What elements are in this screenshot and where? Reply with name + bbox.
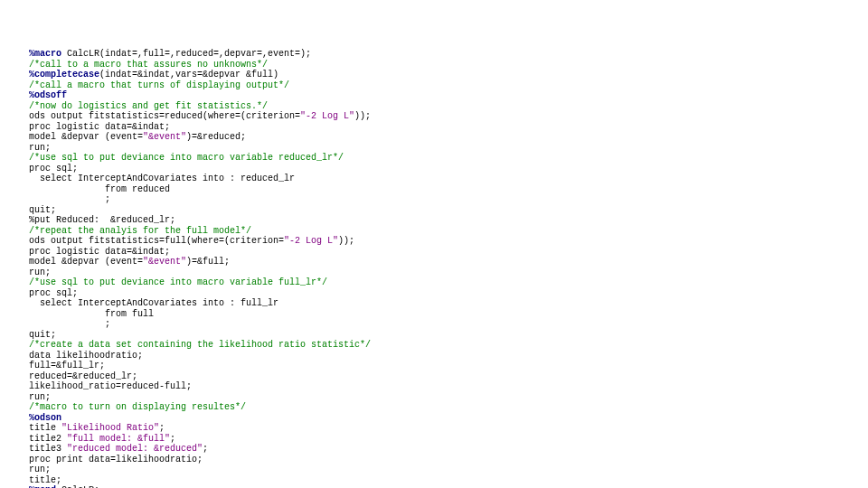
code-text: proc sql; bbox=[29, 288, 78, 298]
code-text: proc sql; bbox=[29, 164, 78, 174]
string: "-2 Log L" bbox=[300, 111, 354, 121]
code-text: CalcLR(indat=,full=,reduced=,depvar=,eve… bbox=[61, 49, 311, 59]
comment: /*create a data set containing the likel… bbox=[29, 340, 371, 350]
code-text: likelihood_ratio=reduced-full; bbox=[29, 381, 192, 391]
code-text: run; bbox=[29, 267, 51, 277]
code-text: ods output fitstatistics=full(where=(cri… bbox=[29, 236, 284, 246]
code-block: %macro CalcLR(indat=,full=,reduced=,depv… bbox=[29, 49, 839, 488]
code-text: ; bbox=[203, 444, 208, 454]
code-text: run; bbox=[29, 465, 51, 474]
comment: /*macro to turn on displaying resultes*/ bbox=[29, 402, 246, 412]
comment: /*now do logistics and get fit statistic… bbox=[29, 101, 268, 111]
code-text: run; bbox=[29, 143, 51, 153]
code-text: )); bbox=[338, 236, 354, 246]
code-text: )=&reduced; bbox=[186, 132, 246, 142]
code-text: ods output fitstatistics=reduced(where=(… bbox=[29, 111, 300, 121]
comment: /*call a macro that turns of displaying … bbox=[29, 80, 289, 90]
code-text: select InterceptAndCovariates into : ful… bbox=[29, 298, 278, 308]
code-text: quit; bbox=[29, 330, 56, 340]
code-text: model &depvar (event= bbox=[29, 257, 143, 267]
code-text: from full bbox=[29, 309, 154, 319]
code-text: (indat=&indat,vars=&depvar &full) bbox=[99, 70, 278, 80]
code-text: ; bbox=[29, 194, 110, 204]
code-text: proc logistic data=&indat; bbox=[29, 122, 170, 132]
code-text: run; bbox=[29, 392, 51, 402]
code-text: proc print data=likelihoodratio; bbox=[29, 455, 203, 465]
comment: /*use sql to put deviance into macro var… bbox=[29, 153, 344, 163]
macro-odsoff: %odsoff bbox=[29, 90, 67, 100]
string: "Likelihood Ratio" bbox=[61, 423, 159, 433]
code-text: quit; bbox=[29, 205, 56, 215]
code-text: title2 bbox=[29, 434, 67, 444]
comment: /*call to a macro that assures no unknow… bbox=[29, 60, 268, 70]
code-text: %put Reduced: &reduced_lr; bbox=[29, 215, 175, 225]
code-text: proc logistic data=&indat; bbox=[29, 247, 170, 257]
code-text: model &depvar (event= bbox=[29, 132, 143, 142]
code-text: title bbox=[29, 423, 61, 433]
macro-call: %completecase bbox=[29, 70, 99, 80]
code-text: data likelihoodratio; bbox=[29, 351, 143, 361]
code-text: title3 bbox=[29, 444, 67, 454]
comment: /*repeat the analyis for the full model*… bbox=[29, 226, 251, 236]
code-text: title; bbox=[29, 475, 61, 485]
comment: /*use sql to put deviance into macro var… bbox=[29, 277, 327, 287]
string: "full model: &full" bbox=[67, 434, 170, 444]
string: "&event" bbox=[143, 132, 186, 142]
code-text: )=&full; bbox=[186, 257, 230, 267]
code-text: ; bbox=[159, 423, 165, 433]
string: "reduced model: &reduced" bbox=[67, 444, 203, 454]
string: "&event" bbox=[143, 257, 186, 267]
code-text: from reduced bbox=[29, 184, 170, 194]
code-text: reduced=&reduced_lr; bbox=[29, 371, 137, 381]
code-text: ; bbox=[170, 434, 175, 444]
code-text: full=&full_lr; bbox=[29, 361, 105, 371]
code-text: )); bbox=[354, 111, 371, 121]
code-text: ; bbox=[29, 319, 110, 329]
kw-macro: %macro bbox=[29, 49, 61, 59]
code-text: select InterceptAndCovariates into : red… bbox=[29, 174, 295, 183]
string: "-2 Log L" bbox=[284, 236, 338, 246]
macro-odson: %odson bbox=[29, 413, 61, 423]
